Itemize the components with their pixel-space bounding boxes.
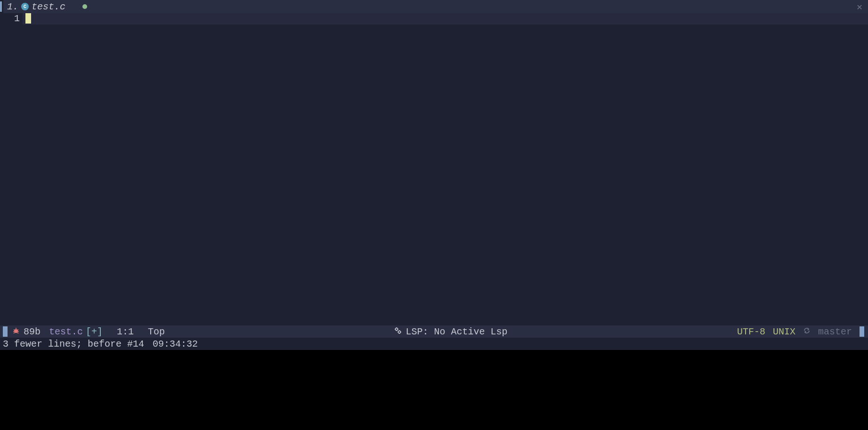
line-number: 1 — [0, 13, 20, 24]
tab-active-indicator — [0, 1, 2, 12]
message-text: 3 fewer lines; before #14 — [3, 339, 144, 349]
status-right-indicator — [860, 326, 864, 337]
status-left: 89b test.c [+] 1:1 Top — [0, 326, 165, 337]
cursor-position: 1:1 — [117, 326, 134, 337]
svg-point-9 — [398, 331, 401, 333]
tab-bar: 1. C test.c ✕ — [0, 0, 868, 13]
svg-point-8 — [396, 328, 398, 330]
editor-area[interactable]: 1 — [0, 13, 868, 325]
svg-line-2 — [14, 330, 15, 330]
svg-line-3 — [17, 330, 18, 330]
git-sync-icon — [803, 326, 811, 337]
status-right: UTF-8 UNIX master — [737, 326, 868, 337]
lsp-status: LSP: No Active Lsp — [406, 326, 507, 337]
file-format: UNIX — [773, 326, 795, 337]
file-size: 89b — [24, 326, 41, 337]
message-time: 09:34:32 — [153, 339, 198, 349]
file-encoding: UTF-8 — [737, 326, 765, 337]
bug-icon — [12, 326, 20, 337]
current-line-highlight — [23, 13, 868, 24]
gear-icon — [394, 326, 402, 337]
line-number-gutter: 1 — [0, 13, 23, 325]
modified-indicator-icon — [82, 4, 87, 9]
cursor — [25, 13, 31, 24]
scroll-position: Top — [148, 326, 165, 337]
svg-line-7 — [17, 333, 18, 333]
tab-filename: test.c — [32, 1, 65, 12]
tab-bar-filler — [91, 0, 851, 13]
tab-number: 1. — [7, 1, 18, 12]
status-bar: 89b test.c [+] 1:1 Top LSP: No Active Ls… — [0, 325, 868, 338]
mode-indicator — [3, 326, 8, 337]
status-center: LSP: No Active Lsp — [165, 326, 737, 337]
tab-active[interactable]: 1. C test.c — [3, 0, 91, 13]
svg-line-6 — [14, 333, 15, 333]
message-bar: 3 fewer lines; before #14 09:34:32 — [0, 338, 868, 350]
status-filename: test.c — [49, 326, 83, 337]
terminal-area — [0, 350, 868, 430]
close-icon[interactable]: ✕ — [851, 0, 868, 13]
svg-point-0 — [14, 329, 18, 333]
editor-content[interactable] — [23, 13, 868, 325]
c-file-icon: C — [21, 3, 29, 10]
git-branch: master — [818, 326, 852, 337]
status-modified-flag: [+] — [86, 326, 103, 337]
